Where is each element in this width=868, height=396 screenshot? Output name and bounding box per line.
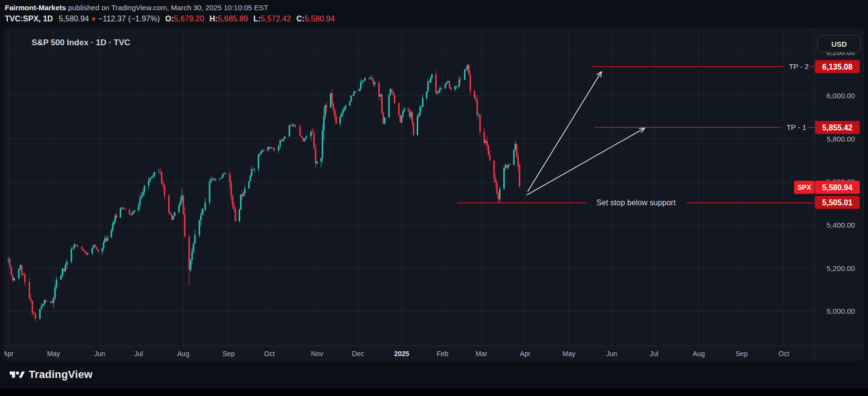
stop-line-label: Set stop below support [597, 198, 676, 207]
candle [283, 138, 284, 141]
time-tick-label: May [563, 350, 575, 358]
tp1-line[interactable]: TP - 1 [595, 123, 815, 131]
candle [267, 147, 269, 152]
candle [106, 236, 107, 242]
time-tick-label: Aug [177, 350, 190, 358]
close-label: C: [296, 15, 304, 23]
time-tick-label: Feb [437, 350, 448, 358]
candle [363, 80, 364, 82]
candle [352, 95, 353, 96]
candle [497, 192, 499, 203]
candle [422, 94, 424, 108]
candle [62, 268, 63, 278]
candle [470, 71, 471, 95]
time-tick-label: Aug [693, 350, 705, 358]
candle [516, 144, 517, 159]
candle [261, 150, 262, 155]
time-tick-label: Nov [311, 350, 323, 358]
high-label: H: [210, 15, 218, 23]
candle [8, 257, 9, 263]
time-tick-label: May [47, 350, 60, 358]
candle [474, 90, 475, 99]
candle [270, 147, 272, 149]
candle [345, 105, 346, 110]
candle [87, 252, 89, 255]
time-tick-label: Apr [520, 350, 531, 358]
last-price-tag[interactable]: 5,580.94SPX [794, 181, 860, 194]
author-name[interactable]: Fairmont-Markets [5, 3, 66, 12]
candle [411, 110, 413, 125]
candle [392, 91, 394, 96]
candle [102, 248, 103, 255]
candle [439, 87, 441, 93]
stop-price-tag[interactable]: 5,505.01 [815, 196, 860, 209]
candle [240, 194, 242, 210]
candle [441, 87, 442, 90]
candle [407, 107, 409, 112]
candle [372, 78, 374, 87]
candle [495, 174, 496, 187]
currency-usd-button[interactable]: USD [817, 35, 861, 53]
tp2-line[interactable]: TP - 2 [592, 62, 815, 71]
open-value: 5,679.20 [174, 15, 204, 23]
candle [370, 75, 372, 80]
candle [468, 64, 470, 74]
candle [249, 174, 251, 181]
svg-text:5,855.42: 5,855.42 [822, 124, 852, 132]
candle [390, 88, 391, 96]
candle [475, 94, 477, 102]
candle [215, 179, 216, 181]
symbol-interval[interactable]: TVC:SPX, 1D [5, 15, 53, 23]
candle [235, 207, 236, 222]
candle [428, 80, 430, 83]
candle [173, 216, 174, 220]
candle [333, 103, 334, 112]
tp1-price-tag[interactable]: 5,855.42 [815, 121, 860, 134]
tp2-line-label: TP - 2 [789, 62, 809, 71]
stop-line[interactable]: Set stop below support [457, 198, 815, 207]
time-tick-label: Mar [476, 350, 487, 358]
candle [154, 172, 155, 179]
candle [483, 128, 485, 146]
candle [322, 125, 323, 163]
time-tick-label: Sep [223, 350, 235, 358]
svg-text:5,580.94: 5,580.94 [822, 183, 852, 192]
candle [133, 210, 134, 215]
candle [388, 94, 390, 118]
candle [141, 192, 142, 199]
candle [364, 77, 366, 81]
candle [24, 272, 26, 286]
candle [171, 214, 173, 220]
tradingview-logo-icon[interactable] [10, 369, 25, 380]
candle [35, 312, 36, 322]
grid [5, 30, 815, 346]
trend-arrow-2[interactable] [527, 128, 645, 195]
candle [195, 230, 196, 244]
candle [161, 170, 162, 184]
candle [193, 242, 195, 254]
candle [4, 257, 5, 260]
candle [54, 284, 56, 300]
candle [339, 115, 341, 127]
tp2-price-tag[interactable]: 6,135.08 [815, 60, 860, 73]
candle [358, 89, 360, 91]
candle [380, 93, 381, 97]
candle [300, 125, 301, 137]
time-tick-label: Oct [779, 350, 789, 358]
candle [304, 138, 305, 142]
tradingview-wordmark[interactable]: TradingView [29, 368, 92, 381]
candle [292, 124, 293, 126]
candle [66, 259, 68, 269]
candle [489, 150, 491, 161]
candle [174, 212, 176, 216]
chart-panel[interactable]: TP - 2TP - 1Set stop below support6,200.… [4, 28, 864, 360]
svg-text:5,505.01: 5,505.01 [822, 198, 852, 207]
price-chart[interactable]: TP - 2TP - 1Set stop below support6,200.… [4, 28, 864, 360]
candle [280, 140, 281, 149]
candle [509, 163, 511, 165]
candle [19, 264, 21, 271]
candle [21, 265, 22, 277]
time-axis[interactable]: AprMayJunJulAugSepOctNovDec2025FebMarApr… [4, 350, 789, 358]
candle [454, 85, 456, 91]
candle [213, 177, 215, 180]
